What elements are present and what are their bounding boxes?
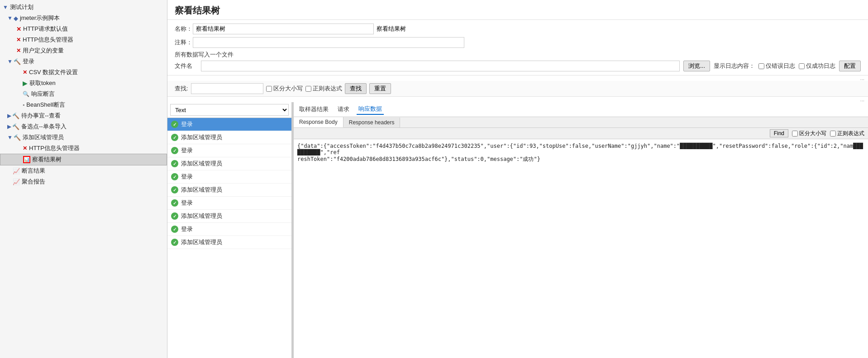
- sub-tabs: Response Body Response headers: [294, 117, 868, 128]
- name-value-display: 察看结果树: [377, 25, 406, 33]
- sidebar-item-assert-result[interactable]: 📈 断言结果: [0, 165, 167, 176]
- success-log-checkbox-label[interactable]: 仅成功日志: [799, 62, 835, 70]
- sidebar-item-jmeter-script[interactable]: ▼ ◆ jmeter示例脚本: [0, 13, 167, 24]
- file-row: 文件名 浏览... 显示日志内容： 仅错误日志 仅成功日志 配置: [175, 61, 861, 71]
- sidebar-item-http-default[interactable]: ✕ HTTP请求默认值: [0, 24, 167, 34]
- status-green-icon: ✓: [171, 147, 178, 154]
- list-item[interactable]: ✓ 添加区域管理员: [167, 184, 291, 197]
- sidebar-item-add-admin[interactable]: ▼ 🔨 添加区域管理员: [0, 132, 167, 143]
- sidebar-item-label: 聚合报告: [22, 178, 45, 186]
- sidebar-item-http-header2[interactable]: ✕ HTTP信息头管理器: [0, 143, 167, 154]
- name-row: 名称： 察看结果树: [175, 24, 861, 34]
- list-item[interactable]: ✓ 登录: [167, 144, 291, 157]
- case-sensitive-label[interactable]: 区分大小写: [266, 85, 303, 93]
- list-item[interactable]: ✓ 登录: [167, 170, 291, 184]
- comment-input[interactable]: [193, 37, 464, 48]
- config-button[interactable]: 配置: [839, 61, 861, 71]
- list-toolbar: Text: [167, 102, 291, 118]
- sidebar-item-label: 备选点--单条导入: [21, 122, 67, 131]
- sub-tab-response-headers[interactable]: Response headers: [343, 118, 401, 127]
- find-case-label[interactable]: 区分大小写: [792, 130, 826, 137]
- group-expand-icon: ▼: [7, 58, 13, 65]
- list-panel: Text ✓ 登录 ✓ 添加区域管理员 ✓ 登录: [167, 102, 292, 358]
- form-area: 名称： 察看结果树 注释： 所有数据写入一个文件 文件名 浏览... 显示日志内…: [167, 20, 868, 75]
- search-input[interactable]: [191, 83, 263, 94]
- response-body[interactable]: {"data":{"accessToken":"f4d437b50c7ca8b2…: [294, 139, 868, 358]
- find-bar-button[interactable]: Find: [770, 129, 788, 137]
- error-log-checkbox[interactable]: [758, 63, 764, 69]
- sidebar: ▼ 测试计划 ▼ ◆ jmeter示例脚本 ✕ HTTP请求默认值 ✕ HTTP…: [0, 0, 167, 358]
- script-expand-icon: ▼: [7, 15, 13, 21]
- reset-button[interactable]: 重置: [369, 83, 391, 94]
- sidebar-item-label: 待办事宜--查看: [21, 112, 61, 120]
- red-x-icon: ✕: [23, 145, 27, 151]
- tab-response-data[interactable]: 响应数据: [357, 104, 384, 115]
- log-content-label: 显示日志内容：: [714, 62, 755, 70]
- case-sensitive-checkbox[interactable]: [266, 86, 272, 92]
- sidebar-item-response-assert[interactable]: 🔍 响应断言: [0, 89, 167, 99]
- expand-icon: ▼: [7, 134, 13, 141]
- find-button[interactable]: 查找: [345, 83, 367, 94]
- find-regex-label[interactable]: 正则表达式: [830, 130, 864, 137]
- search-icon: 🔍: [23, 91, 29, 97]
- sidebar-item-label: HTTP信息头管理器: [23, 36, 73, 44]
- search-bar: 查找: 区分大小写 正则表达式 查找 重置: [167, 81, 868, 97]
- root-icon: ▼: [3, 4, 8, 10]
- tab-sampler-result[interactable]: 取样器结果: [297, 104, 330, 114]
- status-green-icon: ✓: [171, 226, 178, 233]
- red-x-icon: ✕: [16, 37, 21, 43]
- list-item[interactable]: ✓ 添加区域管理员: [167, 236, 291, 249]
- sidebar-item-backup[interactable]: ▶ 🔨 备选点--单条导入: [0, 121, 167, 132]
- detail-tabs: 取样器结果 请求 响应数据: [294, 102, 868, 117]
- regex-label[interactable]: 正则表达式: [305, 85, 342, 93]
- success-log-checkbox[interactable]: [799, 63, 805, 69]
- browse-button[interactable]: 浏览...: [683, 61, 710, 71]
- tab-request[interactable]: 请求: [336, 104, 351, 114]
- sidebar-item-csv[interactable]: ✕ CSV 数据文件设置: [0, 67, 167, 78]
- red-x-icon: ✕: [23, 69, 27, 75]
- sidebar-item-user-vars[interactable]: ✕ 用户定义的变量: [0, 45, 167, 56]
- list-item[interactable]: ✓ 添加区域管理员: [167, 131, 291, 144]
- hammer-icon: 🔨: [14, 134, 21, 141]
- sidebar-item-root[interactable]: ▼ 测试计划: [0, 2, 167, 13]
- more-dots-1: ...: [167, 75, 868, 81]
- hammer-icon: 🔨: [12, 113, 19, 119]
- list-item[interactable]: ✓ 登录: [167, 197, 291, 210]
- request-icon: ▶: [23, 80, 28, 87]
- status-green-icon: ✓: [171, 239, 178, 246]
- hammer-icon: 🔨: [14, 58, 21, 65]
- sidebar-item-http-header[interactable]: ✕ HTTP信息头管理器: [0, 34, 167, 45]
- find-case-checkbox[interactable]: [792, 131, 798, 137]
- sidebar-item-login-group[interactable]: ▼ 🔨 登录: [0, 56, 167, 67]
- file-input[interactable]: [201, 61, 680, 71]
- list-item[interactable]: ✓ 登录: [167, 118, 291, 131]
- list-item[interactable]: ✓ 登录: [167, 223, 291, 236]
- list-item[interactable]: ✓ 添加区域管理员: [167, 157, 291, 170]
- sidebar-item-label: 获取token: [29, 79, 56, 87]
- more-dots-2: ...: [167, 97, 868, 102]
- chart-pink-icon: 📈: [13, 179, 20, 185]
- sidebar-item-get-token[interactable]: ▶ 获取token: [0, 78, 167, 89]
- main-panel: 察看结果树 名称： 察看结果树 注释： 所有数据写入一个文件 文件名 浏览...…: [167, 0, 868, 358]
- error-log-checkbox-label[interactable]: 仅错误日志: [758, 62, 795, 70]
- search-label: 查找:: [175, 85, 188, 93]
- regex-checkbox[interactable]: [305, 86, 311, 92]
- sidebar-item-result-tree[interactable]: 📊 察看结果树: [0, 154, 167, 165]
- hammer-icon: 🔨: [12, 123, 19, 130]
- sidebar-item-label: CSV 数据文件设置: [29, 68, 78, 76]
- status-green-icon: ✓: [171, 173, 178, 180]
- sidebar-item-label: HTTP信息头管理器: [29, 144, 80, 152]
- name-input[interactable]: [193, 24, 374, 34]
- sidebar-item-aggregate[interactable]: 📈 聚合报告: [0, 176, 167, 187]
- sidebar-item-todo[interactable]: ▶ 🔨 待办事宜--查看: [0, 110, 167, 121]
- sidebar-item-beanshell[interactable]: ▪ BeanShell断言: [0, 99, 167, 110]
- text-dropdown[interactable]: Text: [170, 104, 289, 116]
- find-regex-checkbox[interactable]: [830, 131, 836, 137]
- page-title: 察看结果树: [167, 0, 868, 20]
- red-x-icon: ✕: [16, 26, 21, 33]
- sidebar-item-label: 登录: [23, 57, 34, 66]
- list-item[interactable]: ✓ 添加区域管理员: [167, 210, 291, 223]
- sidebar-item-label: 断言结果: [22, 167, 45, 175]
- detail-panel: 取样器结果 请求 响应数据 Response Body Response hea…: [294, 102, 868, 358]
- sub-tab-response-body[interactable]: Response Body: [294, 117, 343, 127]
